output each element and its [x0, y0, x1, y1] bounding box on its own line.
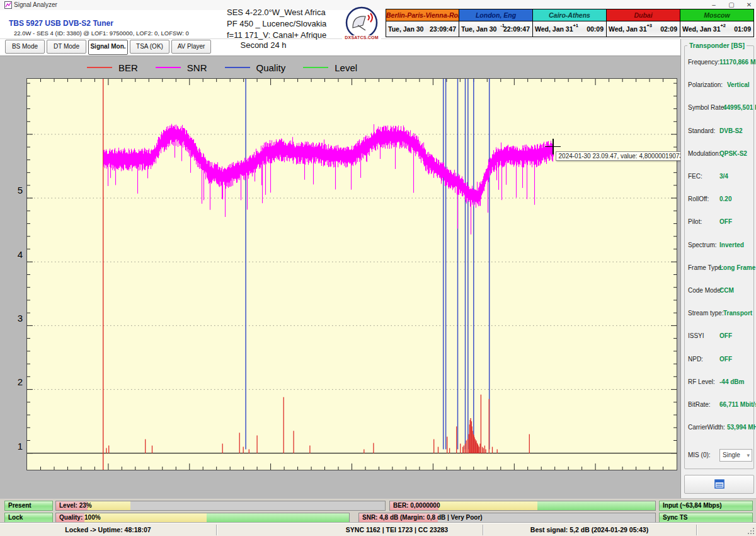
- snapshot-button[interactable]: [684, 475, 754, 494]
- indicator-strip: Present Level: 23% BER: 0,0000000 Input …: [0, 498, 756, 523]
- mode-tabs: BS Mode DT Mode Signal Mon. TSA (OK) AV …: [5, 40, 211, 55]
- clock-city: London, Eng: [459, 9, 532, 21]
- transponder-field-row: CarrierWidth:53,994 MHz: [688, 424, 752, 443]
- clock-time: 23:09:47: [430, 25, 456, 33]
- field-value: 0.20: [719, 195, 731, 202]
- chart-title: Second 24 h: [226, 40, 301, 50]
- field-label: Code Mode:: [688, 287, 722, 294]
- field-value: QPSK-S2: [719, 150, 747, 157]
- field-value: OFF: [719, 218, 732, 225]
- transponder-field-row: Standard:DVB-S2: [688, 127, 752, 146]
- close-button[interactable]: ✕: [741, 0, 756, 9]
- resize-grip[interactable]: [747, 527, 755, 535]
- legend-item-ber: BER: [87, 62, 138, 73]
- signal-analyzer-window: Signal Analyzer – ▢ ✕ TBS 5927 USB DVB-S…: [0, 0, 756, 536]
- chart-tooltip: 2024-01-30 23.09.47, value: 4,8000001907…: [556, 151, 697, 161]
- clock-date: Tue, Jan 30: [388, 25, 423, 33]
- ber-line-swatch: [87, 67, 112, 68]
- signal-monitor-plot[interactable]: [26, 78, 677, 470]
- transponder-field-row: Polarization:Vertical: [688, 81, 752, 100]
- transponder-field-row: RollOff:0.20: [688, 195, 752, 214]
- legend-item-level: Level: [303, 62, 357, 73]
- transponder-field-row: Modulation:QPSK-S2: [688, 150, 752, 169]
- field-value: Vertical: [727, 81, 750, 88]
- clock-cairo: Cairo-Athens Wed, Jan 31 +1 00:09: [533, 9, 607, 37]
- world-clocks: Berlin-Paris-Vienna-Roma Tue, Jan 30 23:…: [386, 9, 754, 37]
- bar-segment-yellow: [84, 513, 207, 522]
- tuner-details: 22.0W - SES 4 (ID: 3380) @ LOF1: 9750000…: [14, 30, 189, 37]
- chart-canvas: [27, 79, 677, 470]
- field-value: Transport: [723, 310, 752, 317]
- field-value: -44 dBm: [719, 378, 744, 385]
- level-progressbar: Level: 23%: [55, 501, 386, 511]
- clock-utc-offset: +3: [646, 23, 652, 28]
- transponder-field-row: Frequency:11170,866 MHz: [688, 59, 752, 78]
- clock-date: Wed, Jan 31: [682, 25, 721, 33]
- transponder-field-row: Pilot:OFF: [688, 218, 752, 237]
- dxsatcs-logo-caption: DXSATCS.COM: [342, 35, 381, 40]
- header: TBS 5927 USB DVB-S2 Tuner 22.0W - SES 4 …: [0, 10, 756, 39]
- field-value: CCM: [719, 287, 734, 294]
- chart-panel: BER SNR Quality Level 5 4 3 2 1 0 202: [0, 55, 680, 498]
- maximize-button[interactable]: ▢: [723, 0, 740, 9]
- quality-line-swatch: [225, 67, 250, 68]
- snapshot-icon: [714, 479, 724, 489]
- field-label: RF Level:: [688, 378, 715, 385]
- field-value: 11170,866 MHz: [719, 59, 756, 66]
- transponder-groupbox: Transponder [BS] Frequency:11170,866 MHz…: [684, 45, 754, 469]
- field-label: Polarization:: [688, 81, 723, 88]
- transponder-field-row: Frame Type:Long Frame: [688, 264, 752, 283]
- clock-time: 02:09: [660, 25, 677, 33]
- minimize-button[interactable]: –: [706, 0, 722, 9]
- field-value: 66,711 Mbit/s: [719, 401, 756, 408]
- y-axis-label: 4: [9, 249, 23, 260]
- tab-tsa[interactable]: TSA (OK): [130, 40, 169, 54]
- tuner-name: TBS 5927 USB DVB-S2 Tuner: [9, 19, 113, 28]
- transponder-field-row: Symbol Rate:44995,501 KS/s: [688, 104, 752, 123]
- tab-av-player[interactable]: AV Player: [171, 40, 211, 54]
- bar-segment-yellow: [438, 501, 537, 510]
- transponder-field-row: NPD:OFF: [688, 356, 752, 375]
- snr-progressbar: SNR: 4,8 dB (Margin: 0,8 dB | Very Poor): [358, 513, 656, 523]
- clock-city: Cairo-Athens: [533, 9, 606, 21]
- legend-item-snr: SNR: [156, 62, 207, 73]
- app-icon: [4, 1, 12, 9]
- y-axis-label: 5: [9, 185, 23, 195]
- clock-berlin: Berlin-Paris-Vienna-Roma Tue, Jan 30 23:…: [386, 9, 459, 37]
- site-label: PF 450 _ Lucenec/Slovakia: [227, 19, 326, 28]
- input-indicator: Input (~63,84 Mbps): [659, 501, 753, 511]
- frequency-label: f=11 171_V: Canal+ Afrique: [227, 30, 326, 40]
- field-label: RollOff:: [688, 195, 709, 202]
- clock-city: Dubai: [607, 9, 680, 21]
- chevron-down-icon: ▾: [747, 450, 750, 461]
- bar-segment-yellow: [88, 501, 131, 510]
- field-value: OFF: [719, 332, 732, 339]
- bar-segment-green: [207, 513, 349, 522]
- tab-bs-mode[interactable]: BS Mode: [5, 40, 45, 54]
- transponder-title: Transponder [BS]: [687, 42, 747, 49]
- field-value: 53,994 MHz: [727, 424, 756, 431]
- transponder-field-row: Spectrum:Inverted: [688, 242, 752, 260]
- field-label: Symbol Rate:: [688, 104, 726, 111]
- field-value: 44995,501 KS/s: [723, 104, 756, 111]
- transponder-field-row: BitRate:66,711 Mbit/s: [688, 401, 752, 420]
- satellite-label: SES 4-22.0°W_West Africa: [227, 8, 326, 17]
- legend-item-quality: Quality: [225, 62, 286, 73]
- clock-moscow: Moscow Wed, Jan 31 +2 01:09: [680, 9, 754, 37]
- ber-progressbar: BER: 0,0000000: [389, 501, 656, 511]
- status-bar: Locked -> Uptime: 48:18:07 SYNC 1162 | T…: [0, 523, 756, 536]
- field-label: Standard:: [688, 127, 715, 134]
- window-title: Signal Analyzer: [14, 1, 57, 8]
- sync-ts-indicator: Sync TS: [659, 513, 753, 523]
- mis-select[interactable]: Single ▾: [719, 449, 752, 462]
- field-label: NPD:: [688, 356, 703, 363]
- chart-legend: BER SNR Quality Level: [87, 61, 375, 74]
- tab-signal-mon[interactable]: Signal Mon.: [88, 40, 128, 55]
- clock-time: 00:09: [587, 25, 604, 33]
- field-label: Stream type:: [688, 310, 724, 317]
- present-indicator: Present: [4, 501, 53, 511]
- field-value: 3/4: [719, 173, 728, 180]
- tab-dt-mode[interactable]: DT Mode: [47, 40, 86, 54]
- clock-time: 22:09:47: [503, 25, 530, 33]
- bar-segment-green: [537, 501, 655, 510]
